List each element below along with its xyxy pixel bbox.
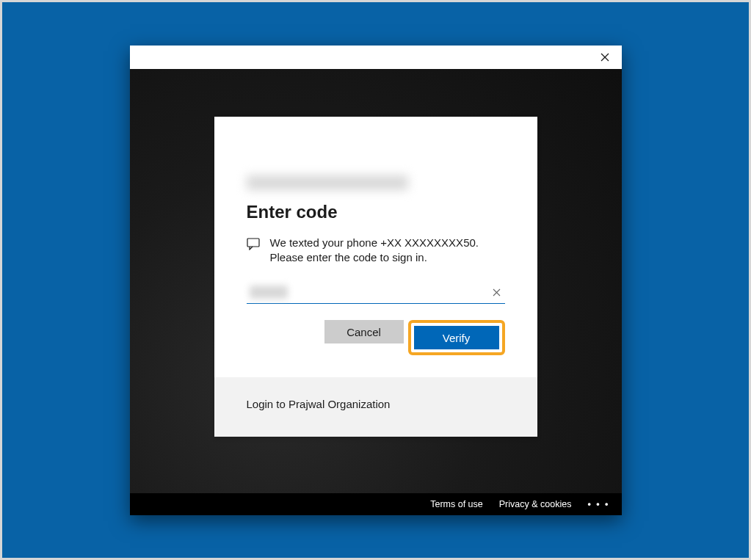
clear-input-button[interactable] xyxy=(492,287,502,297)
terms-link[interactable]: Terms of use xyxy=(430,499,483,509)
page-heading: Enter code xyxy=(247,202,505,222)
code-input[interactable] xyxy=(247,281,505,304)
bottom-bar: Terms of use Privacy & cookies • • • xyxy=(130,493,622,515)
verify-button[interactable]: Verify xyxy=(414,326,499,349)
titlebar xyxy=(130,46,622,69)
org-login-text: Login to Prajwal Organization xyxy=(247,398,505,410)
window-body: Enter code We texted your phone +XX XXXX… xyxy=(130,69,622,515)
verify-highlight: Verify xyxy=(408,320,505,355)
auth-window: Enter code We texted your phone +XX XXXX… xyxy=(130,46,622,515)
cancel-button[interactable]: Cancel xyxy=(324,320,404,343)
code-value-redacted xyxy=(250,286,288,299)
card-footer: Login to Prajwal Organization xyxy=(214,377,537,437)
privacy-link[interactable]: Privacy & cookies xyxy=(499,499,572,509)
instruction-text: We texted your phone +XX XXXXXXXX50. Ple… xyxy=(270,236,505,266)
signin-main: Enter code We texted your phone +XX XXXX… xyxy=(214,117,537,378)
sms-icon xyxy=(247,237,260,250)
close-icon xyxy=(493,288,501,297)
signin-card: Enter code We texted your phone +XX XXXX… xyxy=(214,117,537,437)
svg-rect-2 xyxy=(247,239,259,247)
instruction-row: We texted your phone +XX XXXXXXXX50. Ple… xyxy=(247,236,505,266)
close-icon xyxy=(601,53,609,62)
button-row: Cancel Verify xyxy=(247,320,505,355)
account-identifier xyxy=(247,175,505,192)
more-options-button[interactable]: • • • xyxy=(587,499,609,509)
window-close-button[interactable] xyxy=(588,46,622,69)
account-identifier-redacted xyxy=(247,175,408,190)
